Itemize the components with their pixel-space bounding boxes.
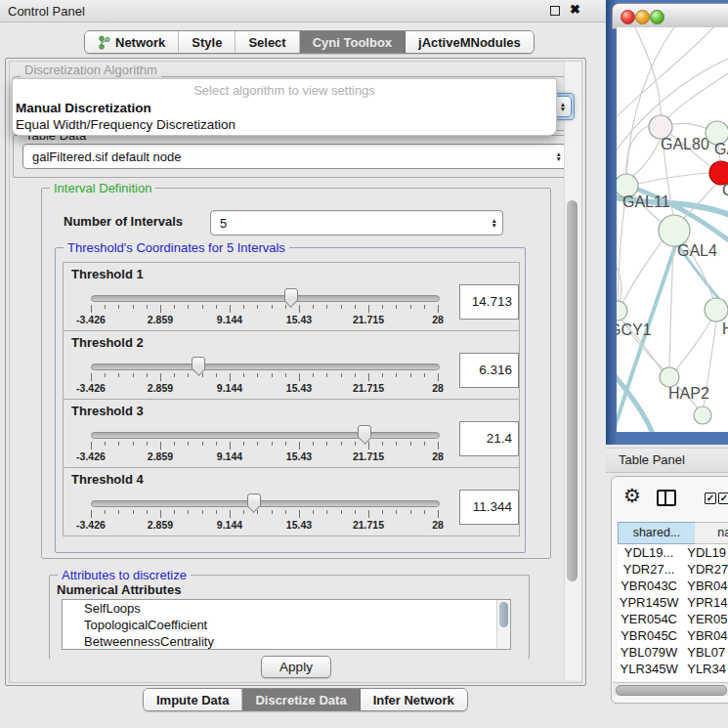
num-intervals-combo[interactable]: 5 ▲▼ <box>210 210 503 236</box>
network-node-label: H <box>722 321 728 337</box>
control-panel-title: Control Panel <box>8 4 85 19</box>
tab-infer-network[interactable]: Infer Network <box>361 689 467 710</box>
table-row[interactable]: YBR045CYBR04 <box>618 627 728 644</box>
table-data-group: Table Data galFiltered.sif default node … <box>13 135 577 178</box>
table-row[interactable]: YBL079WYBL07 <box>618 644 728 661</box>
checkbox-checked-icon[interactable]: ✓ <box>718 492 728 504</box>
network-node-label: GAL80 <box>661 136 709 152</box>
network-edge <box>638 173 710 184</box>
network-node[interactable] <box>694 407 711 424</box>
network-edge <box>617 246 675 432</box>
network-node-gcy1[interactable] <box>617 301 627 321</box>
tab-impute-data[interactable]: Impute Data <box>144 689 242 710</box>
network-node-label: GAL11 <box>622 193 670 210</box>
minimize-traffic-light[interactable] <box>635 10 650 24</box>
dropdown-option-manual[interactable]: Manual Discretization <box>13 100 556 116</box>
tab-label: Select <box>248 35 285 50</box>
network-node-label: GA <box>714 141 728 157</box>
zoom-traffic-light[interactable] <box>650 10 664 24</box>
tab-label: Cyni Toolbox <box>313 35 392 50</box>
network-node-label: GAL4 <box>677 242 717 259</box>
tab-network[interactable]: Network <box>85 31 179 53</box>
algorithm-dropdown-popup: Select algorithm to view settings Manual… <box>12 78 557 136</box>
threshold-value-field[interactable]: 11.344 <box>459 490 519 525</box>
dropdown-option-equal-width[interactable]: Equal Width/Frequency Discretization <box>13 116 556 133</box>
threshold-label: Threshold 1 <box>71 267 144 281</box>
threshold-label: Threshold 3 <box>71 404 144 418</box>
numerical-attributes-label: Numerical Attributes <box>57 582 181 597</box>
network-node-label: GCY1 <box>617 321 652 338</box>
tab-discretize-data[interactable]: Discretize Data <box>242 689 360 710</box>
slider-tick-labels: -3.4262.8599.14415.4321.71528 <box>64 382 519 396</box>
tab-cyni-toolbox[interactable]: Cyni Toolbox <box>300 31 406 53</box>
threshold-label: Threshold 4 <box>71 472 144 487</box>
threshold-label: Threshold 2 <box>71 335 144 350</box>
threshold-value-field[interactable]: 14.713 <box>459 284 519 320</box>
tab-jactivemnodules[interactable]: jActiveMNodules <box>406 31 534 53</box>
tab-label: Network <box>115 35 165 50</box>
split-columns-icon[interactable] <box>657 490 676 506</box>
tab-select[interactable]: Select <box>236 31 299 53</box>
network-node-hap2[interactable] <box>660 367 679 387</box>
combo-stepper-icon[interactable]: ▲▼ <box>556 151 562 161</box>
table-row[interactable]: YPR145WYPR14 <box>618 594 728 611</box>
network-edge <box>668 73 728 117</box>
network-canvas[interactable]: GAL80GACGAL11GAL4GCY1HHAP2 <box>617 27 728 432</box>
slider-ticks <box>64 373 519 382</box>
table-hscrollbar-thumb[interactable] <box>616 685 727 696</box>
table-row[interactable]: YER054CYER05 <box>618 611 728 627</box>
slider-thumb[interactable] <box>358 425 371 439</box>
apply-button[interactable]: Apply <box>261 656 331 678</box>
close-traffic-light[interactable] <box>621 10 635 24</box>
dropdown-placeholder: Select algorithm to view settings <box>13 79 556 100</box>
network-edge <box>622 240 663 303</box>
panel-scrollbar-thumb[interactable] <box>567 200 578 581</box>
interval-definition-label: Interval Definition <box>50 181 155 195</box>
float-window-icon[interactable] <box>550 6 560 16</box>
interval-definition-group: Interval Definition Number of Intervals … <box>41 188 551 559</box>
threshold-slider-track[interactable] <box>91 295 440 302</box>
table-rows: YDL19...YDL19YDR27...YDR27YBR043CYBR04YP… <box>618 544 728 681</box>
threshold-slider-track[interactable] <box>91 432 440 439</box>
column-header-shared-name[interactable]: shared... <box>618 522 696 544</box>
list-item[interactable]: SelfLoops <box>63 600 510 617</box>
table-data-combo[interactable]: galFiltered.sif default node ▲▼ <box>22 144 568 169</box>
gear-icon[interactable]: ⚙ <box>623 486 641 505</box>
threshold-row-4: Threshold 4 -3.4262.8599.14415.4321.7152… <box>63 467 520 536</box>
slider-ticks <box>64 510 519 519</box>
table-row[interactable]: YDL19...YDL19 <box>618 544 728 561</box>
tab-label: Impute Data <box>156 693 229 707</box>
tab-label: Infer Network <box>373 693 454 707</box>
threshold-value-field[interactable]: 6.316 <box>459 353 519 388</box>
threshold-slider-track[interactable] <box>91 364 440 370</box>
threshold-row-3: Threshold 3 -3.4262.8599.14415.4321.7152… <box>63 399 520 468</box>
list-scrollbar-thumb[interactable] <box>499 602 508 627</box>
table-row[interactable]: YDR27...YDR27 <box>618 561 728 578</box>
threshold-row-1: Threshold 1 -3.4262.8599.14415.4321.7152… <box>63 262 520 331</box>
close-icon[interactable]: ✖ <box>570 2 580 17</box>
table-hscrollbar[interactable] <box>613 682 728 696</box>
threshold-value-field[interactable]: 21.4 <box>459 421 519 456</box>
tab-style[interactable]: Style <box>179 31 236 53</box>
network-node-h[interactable] <box>705 298 728 321</box>
column-header-name[interactable]: name <box>695 522 728 544</box>
slider-thumb[interactable] <box>247 493 261 507</box>
network-edge <box>676 320 711 369</box>
combo-stepper-icon[interactable]: ▲▼ <box>492 218 497 228</box>
network-edge <box>630 139 661 178</box>
table-row[interactable]: YIL052CYIL05 <box>618 677 728 681</box>
slider-thumb[interactable] <box>284 288 298 302</box>
threshold-slider-track[interactable] <box>91 500 440 507</box>
table-row[interactable]: YLR345WYLR34 <box>618 661 728 677</box>
network-window-titlebar[interactable] <box>612 3 728 29</box>
list-item[interactable]: TopologicalCoefficient <box>63 617 510 633</box>
checkbox-checked-icon[interactable]: ✓ <box>705 492 716 504</box>
slider-thumb[interactable] <box>192 357 205 370</box>
list-item[interactable]: BetweennessCentrality <box>63 633 510 650</box>
network-edge <box>672 123 707 129</box>
tab-label: jActiveMNodules <box>418 35 521 50</box>
attributes-group-label: Attributes to discretize <box>58 568 191 582</box>
list-scrollbar[interactable] <box>496 600 510 649</box>
table-row[interactable]: YBR043CYBR04 <box>618 578 728 594</box>
table-panel-body: ⚙ ✓ ✓ shared... name YDL19...YDL19YDR27.… <box>611 476 728 704</box>
